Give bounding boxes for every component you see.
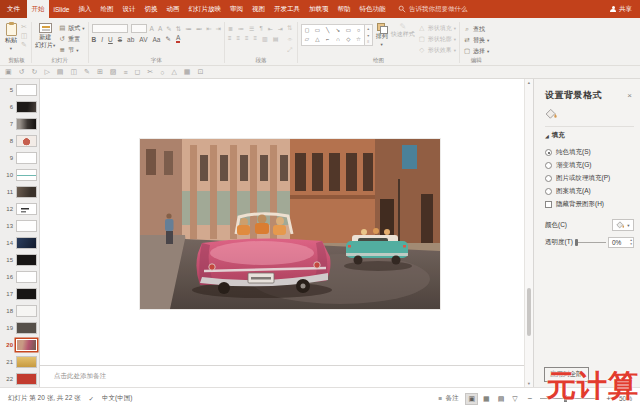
- shape-icon[interactable]: ╲: [322, 26, 332, 35]
- slides-mini-button[interactable]: ≣节▾: [58, 45, 84, 55]
- shape-icon[interactable]: ▱: [302, 35, 312, 44]
- slide-thumbnail-image[interactable]: [16, 135, 37, 147]
- slide-thumbnail-image[interactable]: [16, 237, 37, 249]
- zoom-out-button[interactable]: −: [528, 394, 533, 403]
- slide-thumbnail[interactable]: 11: [0, 183, 39, 200]
- font-size-combobox[interactable]: [131, 24, 147, 33]
- alignment-icon[interactable]: ≡: [228, 35, 232, 42]
- shape-format-button[interactable]: △形状填充▾: [418, 23, 456, 33]
- view-button[interactable]: ▽: [510, 394, 519, 404]
- font-style-icon[interactable]: AV: [139, 36, 147, 43]
- shape-icon[interactable]: △: [312, 35, 322, 44]
- notes-pane[interactable]: 点击此处添加备注: [40, 365, 524, 387]
- slides-mini-button[interactable]: ↺重置: [58, 34, 84, 44]
- slide-thumbnail-image[interactable]: [16, 305, 37, 317]
- slide-thumbnail[interactable]: 9: [0, 149, 39, 166]
- alignment-icon[interactable]: ▤: [273, 35, 279, 42]
- qat-icon[interactable]: ▣: [5, 68, 12, 76]
- fill-bucket-icon[interactable]: [545, 108, 558, 120]
- new-slide-button[interactable]: 新建 幻灯片▾: [35, 21, 55, 56]
- tell-me-search[interactable]: 告诉我你想要做什么: [398, 0, 468, 18]
- format-painter-icon[interactable]: ✎: [20, 41, 28, 49]
- font-tool-icon[interactable]: ✎: [166, 25, 171, 33]
- slide-thumbnail[interactable]: 5: [0, 81, 39, 98]
- scroll-down-icon[interactable]: ▾: [528, 381, 530, 386]
- ribbon-tab[interactable]: 帮助: [333, 0, 355, 18]
- editing-button[interactable]: ▢选择▾: [463, 46, 489, 56]
- font-style-icon[interactable]: A: [176, 35, 180, 43]
- editing-button[interactable]: ⌕查找: [463, 24, 489, 34]
- qat-icon[interactable]: ○: [160, 69, 164, 76]
- fill-option-radio[interactable]: 图片或纹理填充(P): [545, 172, 634, 185]
- qat-icon[interactable]: ≡: [123, 69, 127, 76]
- quick-styles-button[interactable]: ✎ 快速样式: [391, 21, 415, 56]
- font-tool-icon[interactable]: ⇤: [206, 25, 211, 33]
- qat-icon[interactable]: ✂: [147, 68, 153, 76]
- paragraph-tool-icon[interactable]: ≣: [228, 25, 233, 32]
- shape-icon[interactable]: ◻: [302, 26, 312, 35]
- ribbon-tab[interactable]: 开发工具: [269, 0, 304, 18]
- vertical-scrollbar[interactable]: ▴ ▾: [524, 79, 533, 387]
- font-style-icon[interactable]: U: [108, 36, 113, 43]
- slide-thumbnail[interactable]: 12: [0, 200, 39, 217]
- share-button[interactable]: 共享: [602, 0, 640, 18]
- shapes-gallery-scroll[interactable]: ▴ ▾ ≡: [365, 24, 373, 46]
- slide-thumbnail-image[interactable]: [16, 186, 37, 198]
- font-name-combobox[interactable]: [92, 24, 128, 33]
- paste-dropdown-caret[interactable]: ▾: [10, 45, 12, 52]
- transparency-slider[interactable]: [575, 239, 606, 246]
- qat-icon[interactable]: ▨: [110, 68, 117, 76]
- slide-thumbnail-image[interactable]: [16, 322, 37, 334]
- hide-background-checkbox[interactable]: 隐藏背景图形(H): [545, 198, 634, 211]
- qat-icon[interactable]: ⊞: [97, 68, 103, 76]
- slide-photo-havana-cars[interactable]: [140, 139, 440, 309]
- shape-icon[interactable]: ◇: [343, 35, 353, 44]
- alignment-icon[interactable]: ≡: [254, 35, 258, 42]
- transparency-input[interactable]: 0% ▴▾: [608, 237, 634, 248]
- alignment-icon[interactable]: ≡: [237, 35, 241, 42]
- shape-icon[interactable]: ☆: [353, 35, 363, 44]
- qat-icon[interactable]: ↺: [19, 68, 25, 76]
- qat-icon[interactable]: ✎: [84, 68, 90, 76]
- qat-icon[interactable]: △: [171, 68, 176, 76]
- slide-editing-area[interactable]: [40, 79, 524, 365]
- slide-thumbnail-image[interactable]: [16, 169, 37, 181]
- ribbon-tab[interactable]: 切换: [140, 0, 162, 18]
- slide-thumbnail-image[interactable]: [16, 339, 37, 351]
- slide-thumbnail[interactable]: 10: [0, 166, 39, 183]
- view-button[interactable]: ▤: [496, 394, 507, 404]
- color-picker-button[interactable]: ▾: [612, 219, 634, 231]
- shape-icon[interactable]: ○: [353, 26, 363, 35]
- fill-section-header[interactable]: ◢ 填充: [545, 131, 634, 140]
- notes-toggle[interactable]: ≡ 备注: [439, 394, 459, 403]
- slide-thumbnail-image[interactable]: [16, 373, 37, 385]
- font-tool-icon[interactable]: ≕: [196, 25, 203, 33]
- ribbon-tab[interactable]: 动画: [162, 0, 184, 18]
- slides-mini-button[interactable]: ▤版式▾: [58, 23, 84, 33]
- fill-option-radio[interactable]: 纯色填充(S): [545, 146, 634, 159]
- view-button[interactable]: ▣: [466, 394, 477, 404]
- qat-icon[interactable]: ◻: [134, 68, 140, 76]
- ribbon-tab[interactable]: 视图: [247, 0, 269, 18]
- shapes-gallery[interactable]: ◻▭╲↘▭○ ▱△⌐∩◇☆: [301, 24, 365, 46]
- slide-thumbnail-image[interactable]: [16, 288, 37, 300]
- slide-thumbnail[interactable]: 17: [0, 285, 39, 302]
- paragraph-extra-button[interactable]: ⇅: [286, 23, 294, 33]
- paragraph-tool-icon[interactable]: ¶: [259, 25, 262, 32]
- slide-thumbnail[interactable]: 8: [0, 132, 39, 149]
- qat-icon[interactable]: ▷: [44, 68, 49, 76]
- spellcheck-icon[interactable]: ✓: [89, 395, 94, 403]
- shape-format-button[interactable]: ▢形状轮廓▾: [418, 34, 456, 44]
- slide-thumbnail[interactable]: 16: [0, 268, 39, 285]
- qat-icon[interactable]: ▤: [57, 68, 64, 76]
- paragraph-tool-icon[interactable]: ⇤: [268, 25, 273, 32]
- ribbon-tab[interactable]: 文件: [0, 0, 27, 18]
- ribbon-tab[interactable]: 加载项: [304, 0, 333, 18]
- font-style-icon[interactable]: I: [101, 36, 103, 43]
- ribbon-tab[interactable]: 插入: [74, 0, 96, 18]
- font-tool-icon[interactable]: ⇥: [216, 25, 221, 33]
- paragraph-extra-button[interactable]: ⌯: [286, 34, 294, 44]
- slide-thumbnail[interactable]: 18: [0, 302, 39, 319]
- font-style-icon[interactable]: B: [92, 36, 97, 43]
- gallery-up-icon[interactable]: ▴: [367, 26, 369, 31]
